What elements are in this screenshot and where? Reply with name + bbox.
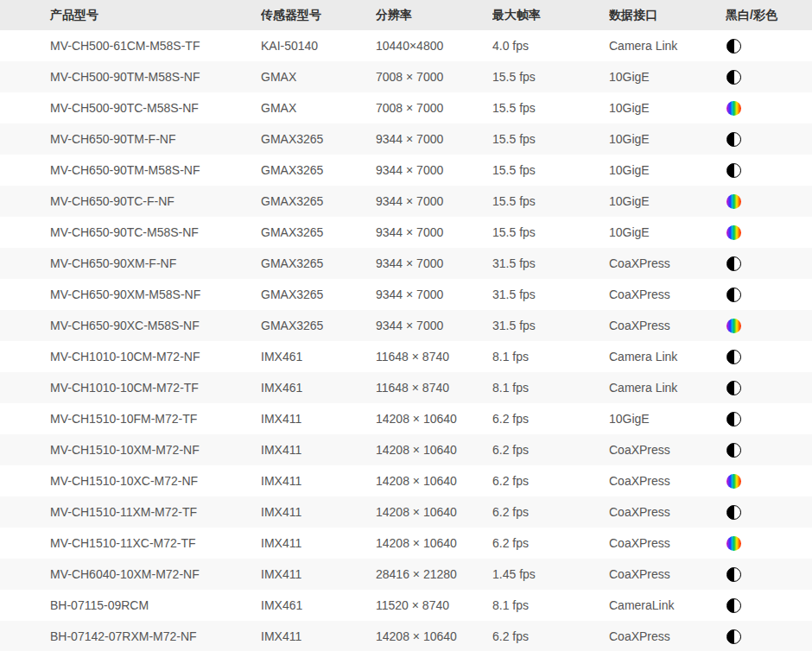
cell-max_fps: 1.45 fps [492, 559, 609, 590]
cell-resolution: 14208 × 10640 [376, 528, 492, 559]
cell-model: BH-07142-07RXM-M72-NF [0, 621, 261, 651]
cell-model: MV-CH500-90TC-M58S-NF [0, 92, 261, 123]
table-row: BH-07115-09RCMIMX46111520 × 87408.1 fpsC… [0, 590, 812, 621]
table-row: MV-CH1010-10CM-M72-TFIMX46111648 × 87408… [0, 372, 812, 403]
cell-sensor: GMAX3265 [261, 217, 376, 248]
cell-mono_color [726, 496, 812, 528]
table-row: MV-CH1510-10FM-M72-TFIMX41114208 × 10640… [0, 403, 812, 434]
column-header-resolution: 分辨率 [376, 0, 492, 30]
header-row: 产品型号传感器型号分辨率最大帧率数据接口黑白/彩色 [0, 0, 812, 30]
cell-max_fps: 15.5 fps [492, 186, 609, 217]
cell-model: MV-CH1510-11XC-M72-TF [0, 528, 261, 559]
cell-sensor: IMX411 [261, 559, 376, 590]
table-row: MV-CH500-61CM-M58S-TFKAI-5014010440×4800… [0, 30, 812, 61]
cell-mono_color [726, 155, 812, 186]
cell-resolution: 14208 × 10640 [376, 434, 492, 465]
cell-mono_color [726, 310, 812, 341]
cell-resolution: 9344 × 7000 [376, 217, 492, 248]
cell-interface: 10GigE [609, 92, 726, 123]
mono-half-circle-icon [726, 288, 741, 302]
cell-model: MV-CH650-90XC-M58S-NF [0, 310, 261, 341]
table-row: MV-CH650-90XM-F-NFGMAX32659344 × 700031.… [0, 248, 812, 279]
cell-max_fps: 8.1 fps [492, 341, 609, 372]
cell-model: MV-CH1510-10XM-M72-NF [0, 434, 261, 465]
cell-sensor: IMX411 [261, 403, 376, 434]
cell-max_fps: 15.5 fps [492, 155, 609, 186]
cell-model: MV-CH1010-10CM-M72-TF [0, 372, 261, 403]
table-row: MV-CH650-90TC-F-NFGMAX32659344 × 700015.… [0, 186, 812, 217]
cell-interface: CoaXPress [609, 434, 726, 465]
mono-half-circle-icon [726, 505, 741, 520]
cell-model: MV-CH650-90XM-M58S-NF [0, 279, 261, 310]
cell-sensor: IMX461 [261, 372, 376, 403]
cell-model: MV-CH500-61CM-M58S-TF [0, 30, 261, 61]
cell-mono_color [726, 465, 812, 496]
cell-mono_color [726, 372, 812, 403]
table-row: MV-CH650-90TM-F-NFGMAX32659344 × 700015.… [0, 123, 812, 155]
cell-resolution: 10440×4800 [376, 30, 492, 61]
cell-interface: 10GigE [609, 123, 726, 155]
cell-sensor: IMX411 [261, 528, 376, 559]
color-rainbow-circle-icon [726, 101, 741, 116]
table-row: BH-07142-07RXM-M72-NFIMX41114208 × 10640… [0, 621, 812, 651]
cell-mono_color [726, 186, 812, 217]
cell-interface: CoaXPress [609, 310, 726, 341]
cell-max_fps: 31.5 fps [492, 279, 609, 310]
cell-mono_color [726, 559, 812, 590]
cell-sensor: IMX461 [261, 590, 376, 621]
cell-interface: 10GigE [609, 61, 726, 92]
cell-resolution: 14208 × 10640 [376, 465, 492, 496]
cell-sensor: GMAX3265 [261, 155, 376, 186]
cell-max_fps: 6.2 fps [492, 528, 609, 559]
cell-resolution: 9344 × 7000 [376, 279, 492, 310]
cell-interface: 10GigE [609, 186, 726, 217]
cell-model: MV-CH650-90TC-F-NF [0, 186, 261, 217]
cell-interface: CoaXPress [609, 621, 726, 651]
cell-mono_color [726, 123, 812, 155]
color-rainbow-circle-icon [726, 194, 741, 209]
cell-resolution: 9344 × 7000 [376, 186, 492, 217]
cell-resolution: 28416 × 21280 [376, 559, 492, 590]
table-row: MV-CH650-90XM-M58S-NFGMAX32659344 × 7000… [0, 279, 812, 310]
cell-resolution: 7008 × 7000 [376, 61, 492, 92]
color-rainbow-circle-icon [726, 225, 741, 240]
table-row: MV-CH6040-10XM-M72-NFIMX41128416 × 21280… [0, 559, 812, 590]
cell-resolution: 11648 × 8740 [376, 341, 492, 372]
cell-mono_color [726, 30, 812, 61]
cell-mono_color [726, 590, 812, 621]
mono-half-circle-icon [726, 350, 741, 364]
cell-model: MV-CH6040-10XM-M72-NF [0, 559, 261, 590]
table-row: MV-CH1510-11XM-M72-TFIMX41114208 × 10640… [0, 496, 812, 528]
cell-max_fps: 15.5 fps [492, 217, 609, 248]
color-rainbow-circle-icon [726, 319, 741, 333]
mono-half-circle-icon [726, 381, 741, 395]
table-row: MV-CH650-90TC-M58S-NFGMAX32659344 × 7000… [0, 217, 812, 248]
cell-model: MV-CH1010-10CM-M72-NF [0, 341, 261, 372]
cell-max_fps: 4.0 fps [492, 30, 609, 61]
cell-model: MV-CH650-90TM-M58S-NF [0, 155, 261, 186]
cell-interface: 10GigE [609, 217, 726, 248]
cell-sensor: IMX411 [261, 434, 376, 465]
mono-half-circle-icon [726, 132, 741, 147]
cell-max_fps: 6.2 fps [492, 465, 609, 496]
cell-interface: CoaXPress [609, 248, 726, 279]
cell-sensor: KAI-50140 [261, 30, 376, 61]
column-header-model: 产品型号 [0, 0, 261, 30]
cell-mono_color [726, 434, 812, 465]
table-body: MV-CH500-61CM-M58S-TFKAI-5014010440×4800… [0, 30, 812, 651]
mono-half-circle-icon [726, 39, 741, 54]
mono-half-circle-icon [726, 256, 741, 271]
cell-resolution: 14208 × 10640 [376, 403, 492, 434]
cell-max_fps: 6.2 fps [492, 403, 609, 434]
cell-max_fps: 6.2 fps [492, 496, 609, 528]
mono-half-circle-icon [726, 598, 741, 613]
mono-half-circle-icon [726, 629, 741, 644]
mono-half-circle-icon [726, 163, 741, 178]
table-row: MV-CH650-90TM-M58S-NFGMAX32659344 × 7000… [0, 155, 812, 186]
cell-resolution: 11648 × 8740 [376, 372, 492, 403]
cell-interface: Camera Link [609, 30, 726, 61]
cell-resolution: 14208 × 10640 [376, 496, 492, 528]
cell-sensor: GMAX3265 [261, 123, 376, 155]
cell-mono_color [726, 248, 812, 279]
cell-mono_color [726, 341, 812, 372]
